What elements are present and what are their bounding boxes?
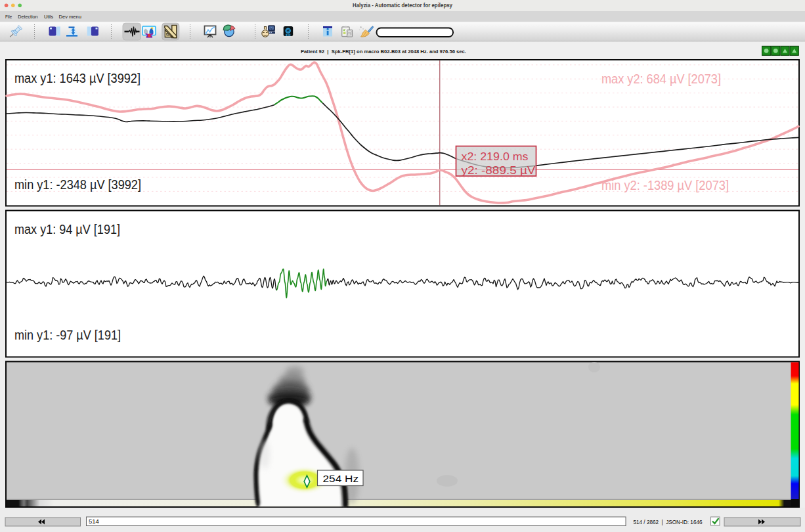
svg-text:y2: -889.5 µV: y2: -889.5 µV bbox=[462, 164, 536, 177]
svg-text:max y1: 94 µV [191]: max y1: 94 µV [191] bbox=[14, 222, 120, 236]
svg-text:254 Hz: 254 Hz bbox=[323, 473, 359, 484]
svg-text:514: 514 bbox=[89, 518, 99, 525]
svg-text:x2: 219.0 ms: x2: 219.0 ms bbox=[462, 150, 529, 163]
svg-text:Halyzia - Automatic detector f: Halyzia - Automatic detector for epileps… bbox=[353, 2, 452, 9]
svg-text:Utils: Utils bbox=[44, 14, 53, 20]
svg-text:max y2: 684 µV [2073]: max y2: 684 µV [2073] bbox=[601, 72, 721, 86]
svg-text:Patient 92 | Spk-FR[1] on ma: Patient 92 | Spk-FR[1] on macro B02-B03 … bbox=[301, 49, 466, 55]
svg-text:File: File bbox=[5, 14, 12, 20]
svg-text:min y1: -2348 µV [3992]: min y1: -2348 µV [3992] bbox=[14, 177, 141, 192]
svg-text:514 / 2862 | JSON-ID: 1646: 514 / 2862 | JSON-ID: 1646 bbox=[634, 518, 703, 525]
svg-text:min y2: -1389 µV [2073]: min y2: -1389 µV [2073] bbox=[601, 178, 729, 192]
svg-text:min y1: -97 µV [191]: min y1: -97 µV [191] bbox=[14, 328, 121, 342]
svg-text:Dev menu: Dev menu bbox=[59, 14, 81, 20]
svg-text:max y1: 1643 µV [3992]: max y1: 1643 µV [3992] bbox=[14, 71, 141, 85]
svg-text:Detection: Detection bbox=[18, 14, 37, 20]
